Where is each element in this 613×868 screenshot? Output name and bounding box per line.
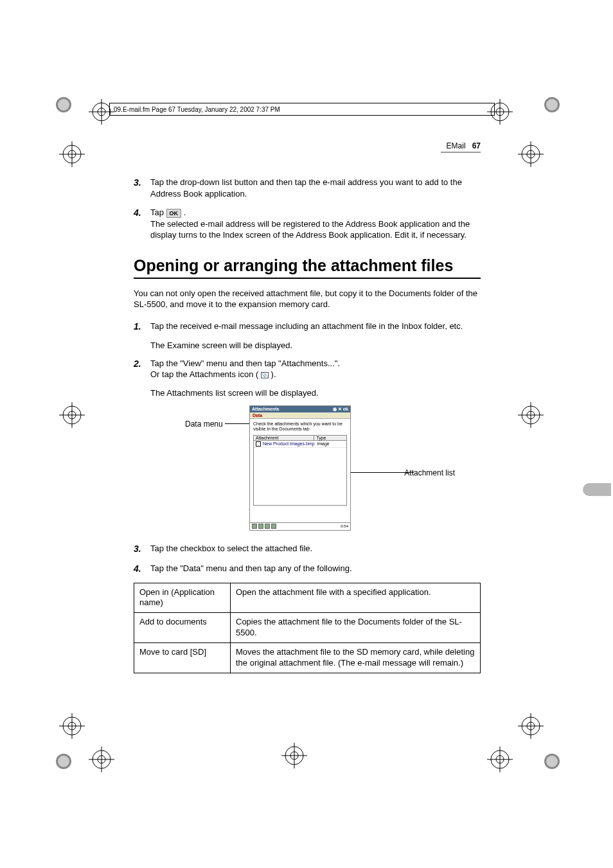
svg-point-9: [546, 99, 558, 111]
checkbox-icon: [256, 441, 261, 447]
screenshot-figure: Data menu Attachment list Attachments ◉ …: [185, 405, 455, 534]
step-number: 4.: [134, 207, 150, 241]
step-text: .: [184, 208, 186, 217]
pda-col-type: Type: [314, 436, 346, 440]
crop-mark-icon: [54, 752, 80, 777]
frame-header: 09.E-mail.fm Page 67 Tuesday, January 22…: [109, 103, 495, 116]
crop-mark-icon: [59, 141, 85, 167]
crop-mark-icon: [281, 743, 307, 768]
section-heading: Opening or arranging the attachment file…: [134, 256, 481, 275]
option-desc: Copies the attachment file to the Docume…: [231, 613, 481, 643]
step-text-line2b: ).: [271, 369, 276, 379]
step-text: Tap the received e-mail message includin…: [150, 321, 481, 333]
table-row: Add to documents Copies the attachment f…: [134, 613, 481, 643]
step-number: 3.: [134, 177, 150, 199]
section-name: EMail: [447, 141, 466, 150]
pda-attachment-table: Attachment Type New Product Images.bmp i…: [253, 435, 347, 506]
pda-table-header: Attachment Type: [254, 436, 346, 441]
crop-mark-icon: [542, 95, 568, 121]
pda-table-row: New Product Images.bmp image: [254, 441, 346, 448]
pda-instruction: Check the attachments which you want to …: [250, 419, 350, 435]
intro-paragraph: You can not only open the received attac…: [134, 288, 481, 310]
prestep-3: 3. Tap the drop-down list button and the…: [134, 177, 481, 199]
option-name: Open in (Application name): [134, 583, 231, 613]
taskbar-icons: [252, 524, 278, 529]
crop-mark-icon: [59, 713, 85, 739]
step-continuation: The selected e-mail address will be regi…: [150, 219, 470, 240]
attachments-icon: 📎: [261, 372, 269, 378]
step-3: 3. Tap the checkbox to select the attach…: [134, 543, 481, 555]
step-text: Tap: [150, 208, 166, 217]
crop-mark-icon: [518, 402, 544, 428]
option-desc: Moves the attachment file to the SD memo…: [231, 643, 481, 673]
callout-attachment-list: Attachment list: [404, 468, 455, 477]
heading-rule: [134, 278, 481, 279]
step-text-line2a: Or tap the Attachments icon (: [150, 369, 258, 379]
callout-data-menu: Data menu: [185, 420, 223, 429]
step-4: 4. Tap the "Data" menu and then tap any …: [134, 563, 481, 575]
ok-button-icon: OK: [166, 209, 182, 218]
step-number: 3.: [134, 543, 150, 555]
pda-titlebar: Attachments ◉ ✕ ok: [250, 406, 350, 412]
step-number: 2.: [134, 358, 150, 380]
crop-mark-icon: [54, 95, 80, 121]
options-table: Open in (Application name) Open the atta…: [134, 583, 481, 673]
svg-point-7: [58, 99, 69, 111]
pda-menu-data: Data: [250, 412, 350, 419]
crop-mark-icon: [487, 747, 513, 772]
callout-line: [225, 423, 249, 424]
pda-title-text: Attachments: [252, 407, 279, 412]
step-number: 4.: [134, 563, 150, 575]
table-row: Move to card [SD] Moves the attachment f…: [134, 643, 481, 673]
crop-mark-icon: [518, 713, 544, 739]
running-header: EMail 67: [134, 141, 481, 153]
svg-point-11: [58, 756, 69, 767]
pda-filetype: image: [317, 441, 344, 447]
pda-filename: New Product Images.bmp: [263, 441, 317, 447]
step-2-after: The Attachments list screen will be disp…: [150, 388, 481, 398]
svg-point-13: [546, 756, 558, 767]
option-desc: Open the attachment file with a specifie…: [231, 583, 481, 613]
step-number: 1.: [134, 321, 150, 333]
crop-mark-icon: [89, 747, 114, 772]
option-name: Move to card [SD]: [134, 643, 231, 673]
prestep-4: 4. Tap OK . The selected e-mail address …: [134, 207, 481, 241]
crop-mark-icon: [542, 752, 568, 777]
pda-title-icons: ◉ ✕ ok: [333, 407, 348, 412]
pda-screenshot: Attachments ◉ ✕ ok Data Check the attach…: [249, 405, 351, 531]
step-2: 2. Tap the "View" menu and then tap "Att…: [134, 358, 481, 380]
table-row: Open in (Application name) Open the atta…: [134, 583, 481, 613]
thumb-tab: [583, 483, 611, 496]
step-1: 1. Tap the received e-mail message inclu…: [134, 321, 481, 333]
pda-taskbar: 0:54: [250, 522, 350, 530]
option-name: Add to documents: [134, 613, 231, 643]
callout-line: [351, 472, 414, 473]
crop-mark-icon: [59, 402, 85, 428]
page-number: 67: [472, 141, 481, 150]
page-content: 3. Tap the drop-down list button and the…: [134, 177, 481, 673]
pda-clock: 0:54: [341, 524, 348, 528]
crop-mark-icon: [518, 141, 544, 167]
step-text: Tap the "Data" menu and then tap any of …: [150, 563, 481, 575]
step-text: Tap the checkbox to select the attached …: [150, 543, 481, 555]
step-text: Tap the "View" menu and then tap "Attach…: [150, 359, 340, 368]
step-1-after: The Examine screen will be displayed.: [150, 341, 481, 350]
step-text: Tap the drop-down list button and then t…: [150, 177, 481, 199]
pda-col-attachment: Attachment: [254, 436, 314, 440]
